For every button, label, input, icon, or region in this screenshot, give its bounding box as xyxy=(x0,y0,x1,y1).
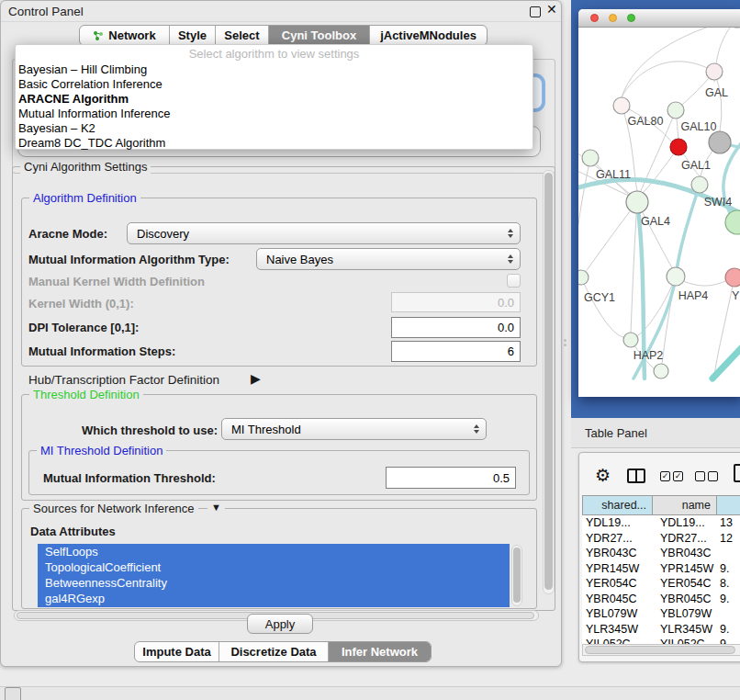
tab-infer-network[interactable]: Infer Network xyxy=(329,642,431,661)
dpi-tolerance-value: 0.0 xyxy=(498,321,514,334)
data-attributes-list[interactable]: SelfLoops TopologicalCoefficient Between… xyxy=(38,544,510,607)
apply-button-label: Apply xyxy=(265,617,296,631)
checked-box-icon[interactable]: ✓ xyxy=(673,471,683,481)
settings-vertical-scrollbar-thumb[interactable] xyxy=(544,173,553,590)
cell: YBR045C xyxy=(653,593,717,605)
table-header-row: shared... name xyxy=(582,495,740,515)
network-icon xyxy=(93,30,104,41)
mi-threshold-field[interactable]: 0.5 xyxy=(386,467,516,489)
network-canvas[interactable]: GAL GAL80 GAL10 GAL1 GAL11 SWI4 GAL4 GCY… xyxy=(578,28,740,397)
tab-network[interactable]: Network xyxy=(80,26,170,45)
column-header-3[interactable] xyxy=(717,495,740,515)
attributes-scrollbar-thumb[interactable] xyxy=(513,548,521,603)
panel-resize-grip[interactable] xyxy=(563,336,567,349)
control-panel-tabbar: Network Style Select Cyni Toolbox jActiv… xyxy=(79,25,488,46)
tab-style-label: Style xyxy=(178,28,207,42)
attribute-item-selected[interactable]: BetweennessCentrality xyxy=(38,575,510,591)
attributes-scrollbar[interactable] xyxy=(511,545,522,606)
close-icon[interactable]: ✕ xyxy=(546,2,557,17)
settings-vertical-scrollbar[interactable] xyxy=(543,170,555,594)
cell: YDL19... xyxy=(653,516,717,529)
algorithm-option-selected[interactable]: ARACNE Algorithm xyxy=(18,92,129,107)
algorithm-option[interactable]: Bayesian – Hill Climbing xyxy=(18,62,147,77)
table-row[interactable]: YBL079W YBL079W xyxy=(582,606,740,622)
network-window-titlebar[interactable] xyxy=(578,9,740,28)
dpi-tolerance-field[interactable]: 0.0 xyxy=(391,317,521,338)
checked-box-icon[interactable]: ✓ xyxy=(660,471,670,481)
node-label: SWI4 xyxy=(704,196,733,209)
node-label: Y xyxy=(732,289,740,302)
tab-select-label: Select xyxy=(224,28,259,42)
close-traffic-light-icon[interactable] xyxy=(590,14,599,22)
table-row[interactable]: YLR345W YLR345W 9. xyxy=(582,622,740,638)
mi-type-label: Mutual Information Algorithm Type: xyxy=(28,253,230,266)
cell: YDR27... xyxy=(582,532,653,545)
spinner-arrows-icon xyxy=(508,229,513,238)
hub-expand-arrow-icon[interactable]: ▶ xyxy=(251,371,261,386)
node-label: HAP4 xyxy=(678,289,709,302)
column-header-name[interactable]: name xyxy=(653,495,717,515)
table-row[interactable]: YDL19... YDL19... 13 xyxy=(582,515,740,531)
cell: YBR043C xyxy=(653,547,717,559)
manual-kernel-label: Manual Kernel Width Definition xyxy=(28,275,205,288)
mi-threshold-value: 0.5 xyxy=(493,471,510,485)
table-row[interactable]: YBR045C YBR045C 9. xyxy=(582,592,740,607)
threshold-definition-title: Threshold Definition xyxy=(29,388,143,401)
table-row[interactable]: YPR145W YPR145W 9. xyxy=(582,561,740,577)
algorithm-dropdown-popup: Select algorithm to view settings Bayesi… xyxy=(15,44,533,150)
aracne-mode-combobox[interactable]: Discovery xyxy=(127,222,521,244)
tab-cyni-toolbox[interactable]: Cyni Toolbox xyxy=(269,26,370,45)
gear-icon[interactable]: ⚙ xyxy=(595,465,611,486)
unchecked-box-icon[interactable] xyxy=(708,471,718,481)
table-row[interactable]: YBR043C YBR043C xyxy=(582,546,740,561)
algorithm-option[interactable]: Bayesian – K2 xyxy=(18,121,95,136)
columns-icon[interactable] xyxy=(627,469,645,483)
node-label: GCY1 xyxy=(584,291,615,304)
tab-discretize-data-label: Discretize Data xyxy=(230,645,316,659)
tab-select[interactable]: Select xyxy=(216,26,269,45)
unchecked-box-icon[interactable] xyxy=(695,471,705,481)
table-body[interactable]: YDL19... YDL19... 13 YDR27... YDR27... 1… xyxy=(582,515,740,644)
attribute-item-selected[interactable]: SelfLoops xyxy=(38,544,510,559)
mi-type-value: Naive Bayes xyxy=(266,253,333,266)
mi-type-combobox[interactable]: Naive Bayes xyxy=(256,248,521,270)
kernel-width-value: 0.0 xyxy=(498,296,514,310)
tab-impute-data[interactable]: Impute Data xyxy=(135,642,219,661)
page-icon[interactable] xyxy=(734,464,740,482)
hub-section-label[interactable]: Hub/Transcription Factor Definition xyxy=(28,373,219,387)
footer-panel-button[interactable] xyxy=(5,687,21,700)
tab-discretize-data[interactable]: Discretize Data xyxy=(219,642,329,661)
float-window-icon[interactable] xyxy=(530,6,541,17)
attribute-item-selected[interactable]: TopologicalCoefficient xyxy=(38,559,510,575)
attribute-item-selected[interactable]: gal4RGexp xyxy=(38,591,510,606)
table-horizontal-scrollbar[interactable] xyxy=(582,644,740,656)
node-label: GAL xyxy=(705,86,728,99)
table-row[interactable]: YDR27... YDR27... 12 xyxy=(582,531,740,547)
mi-threshold-group-title: MI Threshold Definition xyxy=(37,444,166,457)
table-row[interactable]: YER054C YER054C 8. xyxy=(582,576,740,592)
network-window: GAL GAL80 GAL10 GAL1 GAL11 SWI4 GAL4 GCY… xyxy=(578,9,740,397)
sources-collapse-arrow-icon[interactable]: ▼ xyxy=(207,502,225,513)
algorithm-option[interactable]: Basic Correlation Inference xyxy=(18,77,163,92)
which-threshold-combobox[interactable]: MI Threshold xyxy=(221,418,487,440)
cyni-settings-title: Cyni Algorithm Settings xyxy=(20,160,151,174)
apply-button[interactable]: Apply xyxy=(247,614,313,634)
mi-steps-value: 6 xyxy=(508,344,514,358)
manual-kernel-checkbox[interactable] xyxy=(507,274,521,288)
node-label: HAP2 xyxy=(633,349,664,362)
column-header-shared[interactable]: shared... xyxy=(582,495,653,515)
table-row[interactable]: YIL052C YIL052C 9 xyxy=(582,637,740,644)
table-horizontal-scrollbar-thumb[interactable] xyxy=(585,646,735,654)
mi-steps-field[interactable]: 6 xyxy=(391,341,521,362)
control-panel-window: Control Panel ✕ Network Style Select Cy xyxy=(0,0,562,667)
tab-jactivemnodules[interactable]: jActiveMNodules xyxy=(370,26,487,45)
window-title: Control Panel xyxy=(8,5,84,18)
node-label: GAL80 xyxy=(628,115,664,128)
minimize-traffic-light-icon[interactable] xyxy=(609,14,617,22)
tab-infer-network-label: Infer Network xyxy=(342,645,418,659)
algorithm-option[interactable]: Mutual Information Inference xyxy=(18,107,170,121)
algorithm-option[interactable]: Dream8 DC_TDC Algorithm xyxy=(18,136,165,151)
kernel-width-field[interactable]: 0.0 xyxy=(391,292,521,312)
zoom-traffic-light-icon[interactable] xyxy=(627,14,635,22)
tab-style[interactable]: Style xyxy=(170,26,216,45)
